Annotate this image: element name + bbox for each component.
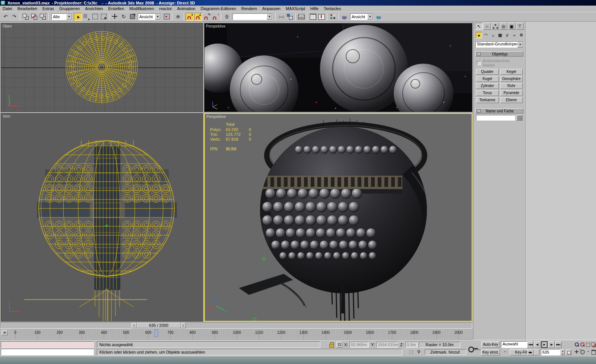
tab-hierarchy[interactable] [491, 23, 499, 30]
menu-item-anpassen[interactable]: Anpassen [260, 6, 283, 11]
link-icon[interactable] [22, 13, 30, 21]
set-key-button[interactable]: Key einst. [481, 349, 500, 355]
schematic-view-icon[interactable] [317, 13, 326, 21]
mic-icon[interactable]: ⚲ [416, 349, 422, 355]
snap-toggle-3d-icon[interactable]: 3 [186, 13, 194, 21]
zoom-icon[interactable] [574, 341, 579, 348]
redo-icon[interactable]: ↷ [10, 13, 18, 21]
time-slider-prev-icon[interactable]: ‹ [131, 323, 137, 328]
menu-item-modifikatoren[interactable]: Modifikatoren [127, 6, 156, 11]
category-spacewarps-icon[interactable]: ≈ [511, 32, 517, 38]
arc-rotate-icon[interactable] [580, 348, 585, 355]
key-filter-button[interactable]: Key-Filter... [510, 349, 539, 355]
object-button-pyramide[interactable]: Pyramide [500, 90, 523, 96]
time-slider-value[interactable]: 635 / 2000 [137, 323, 181, 328]
maximize-viewport-icon[interactable] [591, 348, 596, 355]
zoom-all-icon[interactable] [580, 341, 585, 348]
menu-item-hilfe[interactable]: Hilfe [308, 6, 321, 11]
go-to-start-button[interactable]: |◀◀ [527, 341, 533, 348]
layer-manager-icon[interactable] [297, 13, 305, 21]
play-button[interactable]: ▶ [541, 341, 548, 348]
object-button-kegel[interactable]: Kegel [500, 69, 523, 75]
category-cameras-icon[interactable]: ▩ [497, 32, 503, 38]
named-selection-sets-icon[interactable]: {} [223, 13, 231, 21]
next-frame-button[interactable]: |▶ [548, 341, 555, 348]
spinner-snap-icon[interactable]: ↕ [211, 13, 219, 21]
pan-icon[interactable] [574, 348, 579, 355]
menu-item-extras[interactable]: Extras [40, 6, 57, 11]
object-name-input[interactable] [476, 115, 515, 121]
viewport-perspective-upper[interactable]: Perspektive [204, 23, 472, 112]
chevron-down-icon[interactable]: ▼ [66, 14, 72, 20]
auto-key-button[interactable]: Auto-Key [481, 341, 500, 348]
chevron-down-icon[interactable]: ▼ [267, 14, 272, 20]
use-pivot-center-icon[interactable] [162, 13, 171, 21]
frame-spinner[interactable]: ▴▾ [561, 349, 565, 355]
undo-icon[interactable]: ↶ [1, 13, 10, 21]
viewport-perspective-upper-label[interactable]: Perspektive [206, 24, 225, 28]
chevron-down-icon[interactable]: ▼ [367, 14, 373, 20]
material-editor-icon[interactable] [329, 13, 337, 21]
time-configuration-icon[interactable] [566, 349, 571, 355]
zoom-extents-all-icon[interactable] [591, 341, 596, 348]
menu-item-maxscript[interactable]: MAXScript [283, 6, 308, 11]
object-color-swatch[interactable] [517, 115, 523, 121]
object-button-ebene[interactable]: Ebene [500, 97, 523, 103]
menu-item-ansichten[interactable]: Ansichten [82, 6, 105, 11]
object-button-geosphre[interactable]: Geosphäre [500, 76, 523, 82]
rollout-object-type-header[interactable]: - Objekttyp [475, 51, 523, 57]
collapse-icon[interactable]: - [477, 52, 481, 56]
absolute-mode-icon[interactable]: ⊡ [336, 342, 342, 348]
rect-selection-region-icon[interactable] [91, 13, 99, 21]
object-button-zylinder[interactable]: Zylinder [476, 83, 499, 89]
tab-modify[interactable]: ∩ [483, 23, 491, 30]
object-button-teekanne[interactable]: Teekanne [476, 97, 499, 103]
menu-item-bearbeiten[interactable]: Bearbeiten [15, 6, 40, 11]
category-geometry-icon[interactable]: ● [476, 32, 482, 38]
isolate-icon[interactable]: ⬚ [408, 349, 414, 355]
reference-coordinate-dropdown[interactable]: Ansicht▼ [138, 13, 161, 20]
x-coord-field[interactable]: 53.965m [349, 342, 369, 348]
align-icon[interactable] [286, 13, 294, 21]
curve-editor-icon[interactable] [309, 13, 317, 21]
viewport-top[interactable]: Oben yx [1, 23, 203, 112]
track-bar[interactable]: ⊞ 01002003004005006007008009001000110012… [0, 329, 472, 340]
current-frame-marker[interactable] [155, 329, 158, 337]
menu-item-rendern[interactable]: Rendern [239, 6, 260, 11]
z-coord-field[interactable]: 0.0m [405, 342, 418, 348]
object-button-rohr[interactable]: Rohr [500, 83, 523, 89]
viewport-perspective-active[interactable]: Perspektive Total Polys: 63.292 0 Tris: … [204, 113, 472, 322]
autogrid-checkbox[interactable] [477, 61, 481, 65]
maxscript-mini-listener-white[interactable] [1, 349, 94, 355]
object-button-kugel[interactable]: Kugel [476, 76, 499, 82]
crossing-selection-icon[interactable] [99, 13, 108, 21]
time-slider[interactable]: ‹ 635 / 2000 › [0, 322, 472, 329]
tab-display[interactable]: ▣ [508, 23, 516, 30]
menu-item-reactor[interactable]: reactor [156, 6, 174, 11]
time-slider-next-icon[interactable]: › [181, 323, 186, 328]
set-keys-button[interactable] [467, 341, 480, 355]
category-dropdown[interactable]: Standard-Grundkörper ▼ [475, 41, 523, 48]
select-and-manipulate-icon[interactable]: ⊕ [174, 13, 182, 21]
go-to-end-button[interactable]: ▶▶| [555, 341, 562, 348]
chevron-down-icon[interactable]: ▼ [517, 42, 523, 48]
selection-lock-icon[interactable] [329, 342, 334, 347]
menu-item-gruppieren[interactable]: Gruppieren [57, 6, 82, 11]
current-frame-field[interactable]: 635 [541, 349, 560, 355]
viewport-top-label[interactable]: Oben [3, 24, 12, 28]
select-and-scale-icon[interactable] [128, 13, 136, 21]
time-slider-handle[interactable]: ‹ 635 / 2000 › [131, 323, 186, 328]
object-button-quader[interactable]: Quader [476, 69, 499, 75]
menu-item-animation[interactable]: Animation [175, 6, 198, 11]
angle-snap-icon[interactable]: ∠ [194, 13, 202, 21]
viewport-perspective-active-label[interactable]: Perspektive [206, 115, 226, 119]
menu-item-tentacles[interactable]: Tentacles [321, 6, 343, 11]
category-helpers-icon[interactable]: # [504, 32, 510, 38]
mirror-icon[interactable]: ▷◁ [277, 13, 285, 21]
render-view-dropdown[interactable]: Ansicht▼ [350, 13, 373, 20]
viewport-front[interactable]: Vorn zx [1, 113, 203, 322]
add-time-tag-button[interactable]: Zeitmark. hinzuf. [425, 349, 466, 355]
percent-snap-icon[interactable]: % [203, 13, 211, 21]
default-in-out-tangent-icon[interactable]: ~ [502, 349, 508, 355]
maxscript-mini-listener-pink[interactable] [1, 341, 94, 348]
